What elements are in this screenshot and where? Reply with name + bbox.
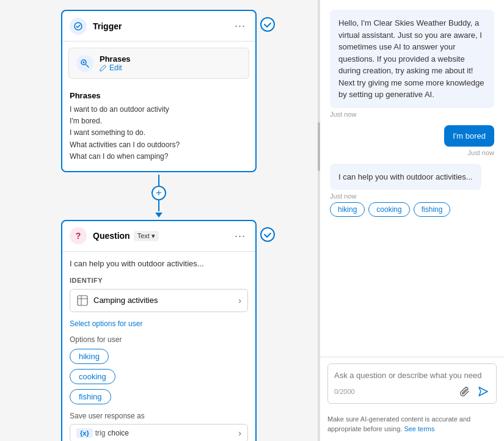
phrases-list: I want to do an outdoor activity I'm bor… xyxy=(70,104,248,162)
phrase-item-5: What can I do when camping? xyxy=(70,151,248,162)
var-name: trig xyxy=(95,429,106,437)
right-panel: Hello, I'm Clear Skies Weather Buddy, a … xyxy=(320,0,504,441)
bot-message-group-1: Hello, I'm Clear Skies Weather Buddy, a … xyxy=(330,10,494,118)
phrase-item-1: I want to do an outdoor activity xyxy=(70,104,248,115)
bot-message-group-2: I can help you with outdoor activities..… xyxy=(330,164,494,217)
disclaimer-link[interactable]: See terms xyxy=(404,425,434,432)
option-chip-cooking[interactable]: cooking xyxy=(70,369,115,384)
question-check xyxy=(260,227,275,242)
options-section-label: Options for user xyxy=(70,335,248,344)
disclaimer-text: Make sure AI-generated content is accura… xyxy=(327,415,470,432)
trigger-check xyxy=(260,17,275,32)
chat-input-footer: 0/2000 xyxy=(334,385,490,398)
question-message: I can help you with outdoor activities..… xyxy=(70,259,248,268)
choice-chip-hiking[interactable]: hiking xyxy=(330,202,365,217)
svg-rect-4 xyxy=(78,296,87,305)
scrollbar-thumb[interactable] xyxy=(318,122,320,171)
bot-timestamp-1: Just now xyxy=(330,111,494,118)
choice-chip-cooking[interactable]: cooking xyxy=(368,202,409,217)
trigger-menu[interactable]: ··· xyxy=(232,17,248,35)
phrases-label: Phrases xyxy=(100,54,131,64)
question-body: I can help you with outdoor activities..… xyxy=(62,252,255,441)
phrase-item-4: What activities can I do outdoors? xyxy=(70,139,248,151)
var-badge: {x} xyxy=(76,428,93,438)
trigger-icon xyxy=(70,18,87,35)
identify-value: Camping activities xyxy=(93,296,238,305)
left-panel: Trigger ··· Phrases xyxy=(0,0,318,441)
trigger-card-header: Trigger ··· xyxy=(62,11,255,42)
phrases-icon xyxy=(76,55,93,72)
phrases-section-title: Phrases xyxy=(70,91,248,100)
identify-label: Identify xyxy=(70,277,248,284)
svg-line-3 xyxy=(86,65,89,67)
question-title: Question xyxy=(93,231,130,241)
save-response-row[interactable]: {x} trig choice › xyxy=(70,424,248,441)
save-response-label: Save user response as xyxy=(70,412,248,420)
bot-message-2: I can help you with outdoor activities..… xyxy=(330,164,481,191)
table-icon xyxy=(76,294,89,307)
identify-chevron-icon: › xyxy=(238,296,241,305)
chevron-down-icon: ▾ xyxy=(152,232,155,240)
question-menu[interactable]: ··· xyxy=(232,227,248,245)
attach-button[interactable] xyxy=(458,385,472,398)
chat-input[interactable] xyxy=(334,369,490,381)
trigger-title: Trigger xyxy=(93,21,232,31)
question-card: ? Question Text ▾ ··· I can help you wit… xyxy=(61,220,257,441)
user-timestamp-1: Just now xyxy=(330,149,494,156)
svg-point-2 xyxy=(83,61,85,63)
user-message-1: I'm bored xyxy=(444,125,494,147)
phrase-item-3: I want something to do. xyxy=(70,127,248,139)
var-choice: choice xyxy=(108,429,129,437)
option-chip-fishing[interactable]: fishing xyxy=(70,389,111,404)
trigger-card: Trigger ··· Phrases xyxy=(61,10,257,172)
identify-row[interactable]: Camping activities › xyxy=(70,289,248,312)
question-icon: ? xyxy=(70,227,87,244)
connector-line-top xyxy=(158,175,159,186)
panel-divider xyxy=(318,0,320,441)
connector-line-bottom xyxy=(158,200,159,211)
phrase-item-2: I'm bored. xyxy=(70,115,248,127)
text-badge-label: Text xyxy=(137,232,150,239)
text-type-badge[interactable]: Text ▾ xyxy=(134,231,159,241)
add-node-button[interactable]: + xyxy=(152,186,166,200)
user-message-group-1: I'm bored Just now xyxy=(330,125,494,156)
chat-actions xyxy=(458,385,490,398)
save-response-chevron-icon: › xyxy=(238,428,241,438)
phrases-section: Phrases I want to do an outdoor activity… xyxy=(62,85,255,171)
phrases-inner-row: Phrases Edit xyxy=(68,48,249,79)
bot-timestamp-2: Just now xyxy=(330,192,494,200)
question-title-area: Question Text ▾ xyxy=(93,231,232,241)
chat-input-box: 0/2000 xyxy=(327,363,497,404)
bot-message-1: Hello, I'm Clear Skies Weather Buddy, a … xyxy=(330,10,494,108)
phrases-edit-link[interactable]: Edit xyxy=(100,64,131,72)
connector: + xyxy=(61,175,257,217)
question-card-header: ? Question Text ▾ ··· xyxy=(62,221,255,252)
select-options-link[interactable]: Select options for user xyxy=(70,319,248,328)
var-label: {x} xyxy=(80,429,89,437)
char-count: 0/2000 xyxy=(334,388,355,395)
chat-choices-row: hiking cooking fishing xyxy=(330,202,494,217)
send-button[interactable] xyxy=(477,385,490,398)
chat-input-area: 0/2000 xyxy=(320,357,504,410)
disclaimer: Make sure AI-generated content is accura… xyxy=(320,410,504,441)
option-chip-hiking[interactable]: hiking xyxy=(70,349,109,364)
options-list: hiking cooking fishing xyxy=(70,349,248,409)
choice-chip-fishing[interactable]: fishing xyxy=(414,202,451,217)
connector-arrow xyxy=(155,213,163,217)
chat-messages: Hello, I'm Clear Skies Weather Buddy, a … xyxy=(320,0,504,357)
